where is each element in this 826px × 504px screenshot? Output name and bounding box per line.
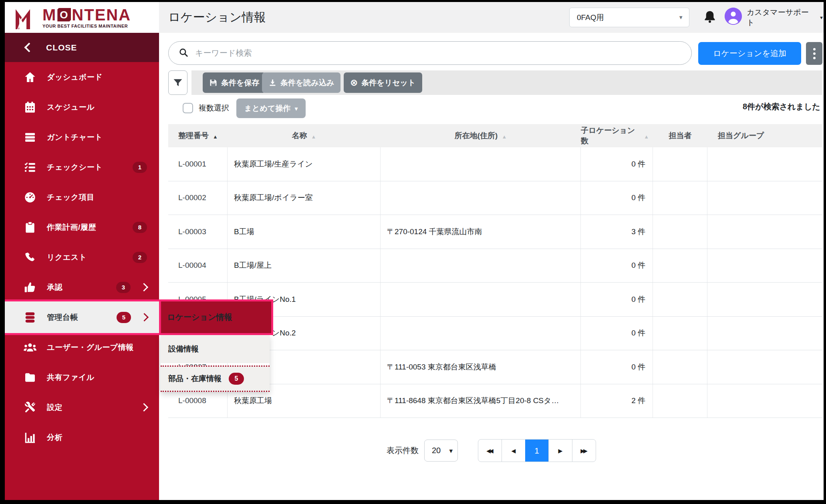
sidebar-item-users[interactable]: ユーザー・グループ情報 xyxy=(5,332,159,362)
column-header-id[interactable]: 整理番号 xyxy=(168,124,228,147)
sidebar-item-approval[interactable]: 承認 3 xyxy=(5,272,159,302)
cell-children: 2 件 xyxy=(581,384,653,418)
cell-staff xyxy=(653,249,707,283)
cell-staff xyxy=(653,283,707,316)
cell-address xyxy=(381,249,581,283)
cell-staff xyxy=(653,317,707,350)
sidebar-item-checkitems[interactable]: チェック項目 xyxy=(5,182,159,212)
arrow-left-icon xyxy=(512,447,516,454)
sidebar-item-workplan[interactable]: 作業計画/履歴 8 xyxy=(5,212,159,242)
download-icon xyxy=(268,78,277,87)
sidebar-item-checksheet[interactable]: チェックシート 1 xyxy=(5,152,159,182)
tools-icon xyxy=(23,400,37,415)
cell-id: L-00004 xyxy=(168,249,228,283)
sidebar-menu: ダッシュボード スケジュール ガントチャート チェックシート 1 xyxy=(5,62,159,452)
sidebar-item-files[interactable]: 共有ファイル xyxy=(5,362,159,392)
sort-asc-icon xyxy=(502,132,507,140)
sort-asc-icon xyxy=(213,132,218,140)
chevron-right-icon xyxy=(140,313,149,321)
cell-group xyxy=(707,350,822,384)
cell-children: 0 件 xyxy=(581,249,653,283)
load-filter-button[interactable]: 条件を読み込み xyxy=(262,72,340,93)
cell-staff xyxy=(653,350,707,384)
current-page-button[interactable]: 1 xyxy=(525,440,548,462)
cell-name: B工場/屋上 xyxy=(228,249,381,283)
cell-id: L-00003 xyxy=(168,215,228,249)
column-header-children[interactable]: 子ロケーション数 xyxy=(581,124,653,147)
cell-address: 〒270-0124 千葉県流山市南 xyxy=(381,215,581,249)
multi-select-checkbox[interactable] xyxy=(183,103,193,113)
sidebar-item-ledger[interactable]: 管理台帳 5 xyxy=(5,299,161,335)
gauge-icon xyxy=(23,190,37,205)
chevron-down-icon xyxy=(449,446,453,455)
first-page-button[interactable] xyxy=(478,440,502,462)
caret-down-icon: ▼ xyxy=(819,15,824,20)
filter-toggle-button[interactable] xyxy=(168,70,187,95)
cell-group xyxy=(707,317,822,350)
search-input[interactable] xyxy=(194,48,682,58)
cell-address: 〒111-0053 東京都台東区浅草橋 xyxy=(381,350,581,384)
sort-asc-icon xyxy=(311,132,316,140)
submenu-item-location-info[interactable]: ロケーション情報 xyxy=(159,299,273,335)
per-page-select[interactable]: 20 xyxy=(424,440,458,462)
table-row[interactable]: L-00004 B工場/屋上 0 件 xyxy=(168,249,822,283)
user-avatar[interactable] xyxy=(725,8,742,25)
thumbs-up-icon xyxy=(23,280,37,295)
sidebar-item-schedule[interactable]: スケジュール xyxy=(5,92,159,122)
pager: 1 xyxy=(478,439,596,462)
more-actions-button[interactable] xyxy=(806,42,822,65)
table-row[interactable]: L-00003 B工場 〒270-0124 千葉県流山市南 3 件 xyxy=(168,215,822,249)
column-header-name[interactable]: 名称 xyxy=(228,124,381,147)
cell-group xyxy=(707,384,822,418)
sidebar-close-button[interactable]: CLOSE xyxy=(5,33,159,62)
cell-name: 秋葉原工場/ボイラー室 xyxy=(228,181,381,215)
column-header-address[interactable]: 所在地(住所) xyxy=(381,124,581,147)
sidebar-item-settings[interactable]: 設定 xyxy=(5,392,159,422)
cell-group xyxy=(707,283,822,316)
account-menu[interactable]: カスタマーサポート ▼ xyxy=(747,2,824,33)
home-icon xyxy=(23,70,37,84)
sort-asc-icon xyxy=(644,132,649,140)
sidebar-item-analytics[interactable]: 分析 xyxy=(5,422,159,452)
notification-bell-icon[interactable] xyxy=(703,9,717,26)
cell-group xyxy=(707,181,822,215)
count-badge: 1 xyxy=(133,162,147,173)
reset-filter-button[interactable]: 条件をリセット xyxy=(344,72,422,93)
folder-icon xyxy=(23,370,37,385)
cell-children: 0 件 xyxy=(581,181,653,215)
sidebar-item-request[interactable]: リクエスト 2 xyxy=(5,242,159,272)
search-box xyxy=(168,41,692,65)
cell-staff xyxy=(653,215,707,249)
count-badge: 3 xyxy=(116,282,131,293)
cell-children: 0 件 xyxy=(581,147,653,181)
caret-down-icon xyxy=(294,104,298,113)
sidebar-item-gantt[interactable]: ガントチャート xyxy=(5,122,159,152)
prev-page-button[interactable] xyxy=(502,440,525,462)
clipboard-icon xyxy=(23,220,37,235)
cell-address xyxy=(381,317,581,350)
workspace-select[interactable]: 0FAQ用 ▼ xyxy=(569,8,689,27)
cell-staff xyxy=(653,384,707,418)
double-arrow-left-icon xyxy=(486,447,494,454)
add-location-button[interactable]: ロケーションを追加 xyxy=(698,42,801,65)
bulk-action-button[interactable]: まとめて操作 xyxy=(236,98,306,118)
per-page-label: 表示件数 xyxy=(387,445,419,456)
count-badge: 2 xyxy=(133,252,147,263)
save-icon xyxy=(209,78,218,87)
calendar-icon xyxy=(23,100,37,114)
column-header-group[interactable]: 担当グループ xyxy=(707,124,822,147)
cell-name: B工場 xyxy=(228,215,381,249)
submenu-item-parts-inventory[interactable]: 部品・在庫情報 5 xyxy=(161,365,270,392)
submenu-item-equipment-info[interactable]: 設備情報 xyxy=(161,335,270,363)
chevron-left-icon xyxy=(24,42,34,52)
table-row[interactable]: L-00002 秋葉原工場/ボイラー室 0 件 xyxy=(168,181,822,215)
sidebar-item-dashboard[interactable]: ダッシュボード xyxy=(5,62,159,92)
checklist-icon xyxy=(23,160,37,175)
search-icon xyxy=(178,47,189,59)
save-filter-button[interactable]: 条件を保存 xyxy=(203,72,266,93)
table-header: 整理番号 名称 所在地(住所) 子ロケーション数 担当者 担当グループ xyxy=(168,124,822,147)
table-row[interactable]: L-00001 秋葉原工場/生産ライン 0 件 xyxy=(168,147,822,181)
next-page-button[interactable] xyxy=(548,440,572,462)
last-page-button[interactable] xyxy=(572,440,596,462)
column-header-staff[interactable]: 担当者 xyxy=(653,124,707,147)
